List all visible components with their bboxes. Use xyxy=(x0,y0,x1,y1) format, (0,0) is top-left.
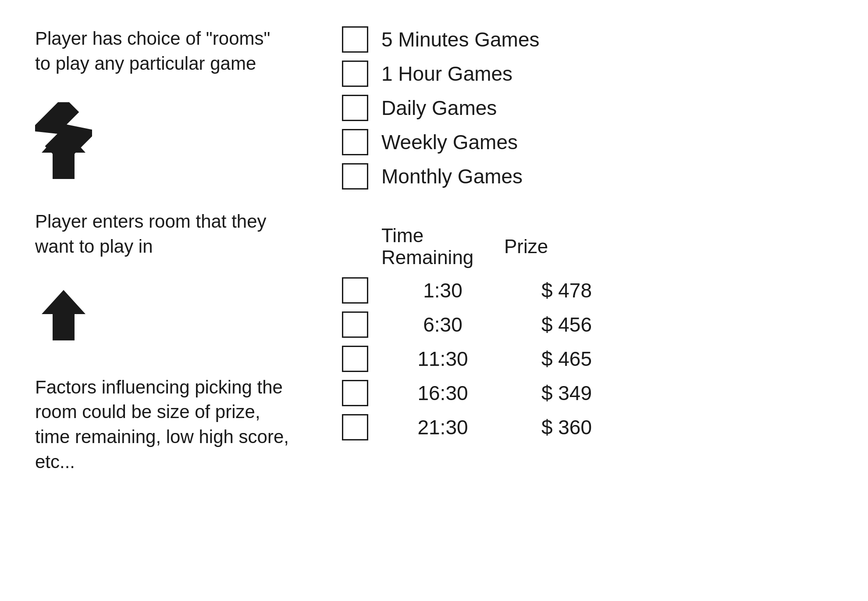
room-row-2: 11:30 $ 465 xyxy=(342,346,833,372)
game-type-row-4: Monthly Games xyxy=(342,163,833,190)
room-time-0: 1:30 xyxy=(381,279,504,302)
left-column: Player has choice of "rooms" to play any… xyxy=(35,26,307,575)
section-factors: Factors influencing picking the room cou… xyxy=(35,375,289,475)
game-type-label-4: Monthly Games xyxy=(381,165,523,188)
game-type-row-2: Daily Games xyxy=(342,95,833,121)
col-prize-header: Prize xyxy=(504,236,592,258)
page-layout: Player has choice of "rooms" to play any… xyxy=(35,26,833,575)
arrow-icon-2-svg xyxy=(35,286,96,343)
game-type-row-1: 1 Hour Games xyxy=(342,61,833,87)
room-checkbox-4[interactable] xyxy=(342,414,368,440)
checkbox-monthly[interactable] xyxy=(342,163,368,190)
game-type-label-2: Daily Games xyxy=(381,96,497,120)
game-type-label-3: Weekly Games xyxy=(381,130,518,154)
rooms-table-section: Time Remaining Prize 1:30 $ 478 6:30 $ 4… xyxy=(342,225,833,440)
room-row-3: 16:30 $ 349 xyxy=(342,380,833,406)
arrow-icon-1-svg xyxy=(35,124,96,181)
game-types-section: 5 Minutes Games 1 Hour Games Daily Games… xyxy=(342,26,833,190)
room-row-1: 6:30 $ 456 xyxy=(342,311,833,338)
rooms-table-header: Time Remaining Prize xyxy=(342,225,833,268)
rooms-choice-text: Player has choice of "rooms" to play any… xyxy=(35,26,289,76)
right-column: 5 Minutes Games 1 Hour Games Daily Games… xyxy=(307,26,833,575)
room-checkbox-0[interactable] xyxy=(342,277,368,304)
room-time-1: 6:30 xyxy=(381,313,504,336)
room-prize-1: $ 456 xyxy=(504,313,592,336)
room-time-2: 11:30 xyxy=(381,347,504,371)
enter-room-text: Player enters room that they want to pla… xyxy=(35,209,289,259)
room-time-4: 21:30 xyxy=(381,415,504,439)
checkbox-5min[interactable] xyxy=(342,26,368,53)
factors-text: Factors influencing picking the room cou… xyxy=(35,375,289,475)
room-checkbox-1[interactable] xyxy=(342,311,368,338)
room-time-3: 16:30 xyxy=(381,381,504,405)
room-checkbox-3[interactable] xyxy=(342,380,368,406)
room-checkbox-2[interactable] xyxy=(342,346,368,372)
section-enter-room: Player enters room that they want to pla… xyxy=(35,209,289,259)
game-type-row-0: 5 Minutes Games xyxy=(342,26,833,53)
room-prize-0: $ 478 xyxy=(504,279,592,302)
game-type-label-1: 1 Hour Games xyxy=(381,62,512,86)
game-type-row-3: Weekly Games xyxy=(342,129,833,155)
room-prize-2: $ 465 xyxy=(504,347,592,371)
checkbox-1hour[interactable] xyxy=(342,61,368,87)
checkbox-daily[interactable] xyxy=(342,95,368,121)
section-rooms-choice: Player has choice of "rooms" to play any… xyxy=(35,26,289,76)
room-prize-3: $ 349 xyxy=(504,381,592,405)
checkbox-weekly[interactable] xyxy=(342,129,368,155)
col-time-header: Time Remaining xyxy=(381,225,504,268)
room-row-0: 1:30 $ 478 xyxy=(342,277,833,304)
room-row-4: 21:30 $ 360 xyxy=(342,414,833,440)
room-prize-4: $ 360 xyxy=(504,415,592,439)
game-type-label-0: 5 Minutes Games xyxy=(381,28,539,51)
